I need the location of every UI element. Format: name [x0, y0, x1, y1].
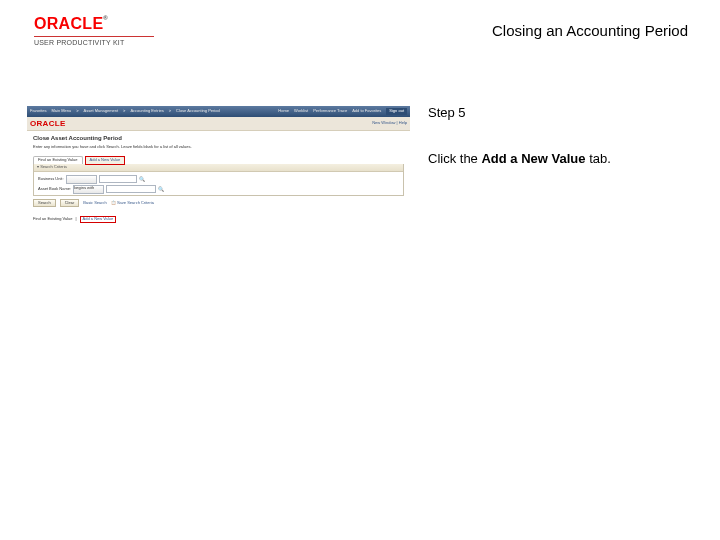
- nav-perf-trace[interactable]: Performance Trace: [313, 109, 347, 114]
- brand-subline: USER PRODUCTIVITY KIT: [34, 39, 154, 46]
- bu-input[interactable]: [99, 175, 137, 183]
- book-label: Asset Book Name:: [38, 187, 71, 192]
- search-criteria-header[interactable]: Search Criteria: [34, 164, 403, 172]
- screenshot-page-title: Close Asset Accounting Period: [33, 135, 404, 142]
- button-row: Search Clear Basic Search 📋 Save Search …: [33, 196, 404, 214]
- slide-root: ORACLE® USER PRODUCTIVITY KIT Closing an…: [0, 0, 720, 540]
- nav-home[interactable]: Home: [278, 109, 289, 114]
- oracle-bar-logo: ORACLE: [30, 119, 66, 129]
- brand-logo-text: ORACLE: [34, 15, 103, 32]
- nav-asset-management[interactable]: Asset Management: [84, 109, 118, 114]
- page-title: Closing an Accounting Period: [492, 22, 688, 39]
- bu-operator[interactable]: [66, 175, 97, 184]
- instruction-panel: Step 5 Click the Add a New Value tab.: [428, 104, 684, 167]
- step-label: Step 5: [428, 104, 684, 122]
- book-operator[interactable]: begins with: [73, 185, 104, 194]
- save-search-text: Save Search Criteria: [117, 200, 154, 205]
- nav-favorites[interactable]: Favorites: [30, 109, 46, 114]
- bu-label: Business Unit:: [38, 177, 64, 182]
- basic-search-link[interactable]: Basic Search: [83, 201, 107, 206]
- oracle-bar-links[interactable]: New Window | Help: [372, 121, 407, 126]
- tab-find-existing[interactable]: Find an Existing Value: [33, 156, 83, 164]
- field-asset-book: Asset Book Name: begins with 🔍: [38, 185, 399, 194]
- nav-accounting-entries[interactable]: Accounting Entries: [130, 109, 163, 114]
- instruction-pre: Click the: [428, 151, 481, 166]
- nav-worklist[interactable]: Worklist: [294, 109, 308, 114]
- brand-rule: [34, 36, 154, 37]
- save-search-link[interactable]: 📋 Save Search Criteria: [111, 201, 154, 206]
- book-input[interactable]: [106, 185, 156, 193]
- tab-strip: Find an Existing Value Add a New Value: [33, 156, 404, 164]
- field-business-unit: Business Unit: 🔍: [38, 175, 399, 184]
- nav-add-favorites[interactable]: Add to Favorites: [352, 109, 381, 114]
- nav-main-menu[interactable]: Main Menu: [51, 109, 71, 114]
- instruction-bold: Add a New Value: [481, 151, 585, 166]
- nav-sign-out[interactable]: Sign out: [386, 108, 407, 115]
- screenshot-body: Close Asset Accounting Period Enter any …: [27, 131, 410, 213]
- search-criteria-section: Search Criteria Business Unit: 🔍 Asset B…: [33, 164, 404, 196]
- clear-button[interactable]: Clear: [60, 199, 80, 208]
- lookup-icon[interactable]: 🔍: [158, 187, 163, 192]
- screenshot-blurb: Enter any information you have and click…: [33, 145, 404, 150]
- lookup-icon[interactable]: 🔍: [139, 177, 144, 182]
- app-navbar: Favorites Main Menu > Asset Management >…: [27, 106, 410, 117]
- instruction-text: Click the Add a New Value tab.: [428, 150, 684, 168]
- footer-find-label: Find an Existing Value: [33, 217, 73, 222]
- oracle-bar: ORACLE New Window | Help: [27, 117, 410, 131]
- search-button[interactable]: Search: [33, 199, 56, 208]
- brand-logo: ORACLE®: [34, 15, 154, 33]
- nav-close-accounting-period[interactable]: Close Accounting Period: [176, 109, 220, 114]
- embedded-screenshot: Favorites Main Menu > Asset Management >…: [27, 106, 410, 276]
- brand-block: ORACLE® USER PRODUCTIVITY KIT: [34, 15, 154, 46]
- tab-add-new-value[interactable]: Add a New Value: [85, 156, 126, 164]
- footer-add-link[interactable]: Add a New Value: [80, 216, 117, 223]
- screenshot-footer: Find an Existing Value | Add a New Value: [27, 213, 410, 226]
- instruction-post: tab.: [586, 151, 611, 166]
